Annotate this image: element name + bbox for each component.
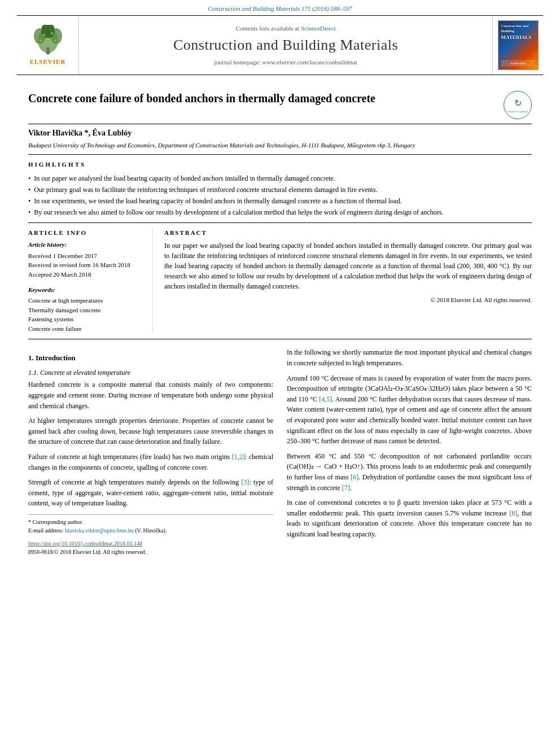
journal-cover-image: Construction and Building MATERIALS ELSE…: [498, 20, 539, 70]
svg-point-7: [46, 37, 49, 40]
highlight-item: •In our experiments, we tested the load …: [28, 195, 532, 207]
right-para-1: In the following we shortly summarize th…: [287, 347, 532, 368]
abstract-text: In our paper we analysed the load bearin…: [164, 241, 532, 291]
revised-date: Received in revised form 16 March 2018: [28, 260, 141, 270]
right-para-2: Around 100 °C decrease of mass is caused…: [287, 373, 532, 447]
highlight-item: •Our primary goal was to facilitate the …: [28, 184, 532, 195]
issn-line: 0950-0618/© 2018 Elsevier Ltd. All right…: [28, 548, 273, 556]
sciencedirect-prefix: Contents lists available at: [235, 25, 299, 32]
email-label: E-mail address:: [28, 527, 63, 534]
bullet-icon: •: [28, 185, 30, 195]
journal-title: Construction and Building Materials: [173, 35, 398, 55]
body-para-2: At higher temperatures strength properti…: [28, 416, 273, 447]
authors: Viktor Hlavička *, Éva Lublóy: [28, 129, 132, 137]
main-content: Concrete cone failure of bonded anchors …: [0, 75, 560, 567]
journal-header-banner: ELSEVIER Contents lists available at Sci…: [17, 15, 543, 75]
highlight-text: In our experiments, we tested the load b…: [34, 196, 401, 206]
ref-1-2: [1,2]: [232, 453, 245, 461]
highlight-text: In our paper we analysed the load bearin…: [34, 173, 335, 184]
elsevier-tree-icon: [28, 25, 68, 56]
body-para-1: Hardened concrete is a composite materia…: [28, 379, 273, 411]
ref-3: [3]: [241, 478, 249, 486]
ref-7: [7]: [342, 484, 350, 492]
ref-8: [8]: [509, 509, 517, 517]
elsevier-logo-section: ELSEVIER: [17, 16, 79, 75]
article-title: Concrete cone failure of bonded anchors …: [28, 91, 495, 106]
bullet-icon: •: [28, 173, 30, 184]
svg-point-8: [40, 40, 41, 41]
sciencedirect-link[interactable]: ScienceDirect: [301, 25, 336, 32]
keyword-item: Thermally damaged concrete: [28, 305, 141, 315]
copyright-line: © 2018 Elsevier Ltd. All rights reserved…: [164, 296, 532, 304]
info-abstract-row: ARTICLE INFO Article history: Received 1…: [28, 223, 532, 340]
email-link[interactable]: hlavicka.viktor@epito.bme.hu: [65, 527, 134, 534]
article-title-section: Concrete cone failure of bonded anchors …: [28, 84, 532, 124]
doi-section: https://doi.org/10.1016/j.conbuildmat.20…: [28, 538, 273, 548]
ref-6: [6]: [351, 473, 358, 481]
article-title-text: Concrete cone failure of bonded anchors …: [28, 91, 495, 106]
highlights-label: HIGHLIGHTS: [28, 160, 532, 169]
check-badge-label: Check for updates: [508, 110, 528, 113]
history-label: Article history:: [28, 241, 141, 249]
body-columns: 1. Introduction 1.1. Concrete at elevate…: [28, 339, 532, 556]
svg-point-5: [43, 34, 45, 36]
svg-point-9: [54, 40, 56, 41]
email-person: (V. Hlavička).: [135, 527, 167, 534]
journal-title-section: Contents lists available at ScienceDirec…: [79, 16, 492, 75]
article-info-col: ARTICLE INFO Article history: Received 1…: [28, 229, 152, 334]
body-right-col: In the following we shortly summarize th…: [287, 347, 532, 556]
highlight-item: •In our paper we analysed the load beari…: [28, 173, 532, 184]
keywords-label: Keywords:: [28, 286, 141, 294]
email-note: E-mail address: hlavicka.viktor@epito.bm…: [28, 526, 273, 535]
check-icon: ↻: [514, 97, 522, 110]
received-date: Received 1 December 2017: [28, 251, 141, 261]
keywords-list: Concrete at high temperaturesThermally d…: [28, 296, 141, 333]
affiliation-line: Budapest University of Technology and Ec…: [28, 140, 532, 155]
cover-bottom-text: ELSEVIER: [511, 62, 525, 65]
cover-bottom-bar: ELSEVIER: [501, 60, 535, 67]
highlight-text: By our research we also aimed to follow …: [34, 207, 443, 217]
corresponding-label: * Corresponding author.: [28, 519, 83, 525]
elsevier-wordmark: ELSEVIER: [30, 58, 66, 66]
body-left-col: 1. Introduction 1.1. Concrete at elevate…: [28, 347, 273, 556]
highlight-text: Our primary goal was to facilitate the r…: [34, 185, 377, 195]
accepted-date: Accepted 20 March 2018: [28, 270, 141, 279]
bullet-icon: •: [28, 196, 30, 206]
journal-reference: Construction and Building Materials 171 …: [208, 5, 352, 12]
cover-title-bottom: MATERIALS: [501, 34, 532, 41]
elsevier-logo: ELSEVIER: [28, 25, 68, 66]
highlight-item: •By our research we also aimed to follow…: [28, 207, 532, 218]
keyword-item: Concrete cone failure: [28, 324, 141, 334]
journal-homepage: journal homepage: www.elsevier.com/locat…: [214, 58, 357, 67]
check-updates-badge: ↻ Check for updates: [504, 91, 532, 119]
corresponding-author-note: * Corresponding author.: [28, 518, 273, 526]
article-info-label: ARTICLE INFO: [28, 229, 141, 237]
journal-cover-section: Construction and Building MATERIALS ELSE…: [492, 16, 543, 75]
bullet-icon: •: [28, 207, 30, 217]
cover-title-top: Construction and Building: [501, 24, 535, 33]
right-para-3: Between 450 °C and 550 °C decomposition …: [287, 451, 532, 493]
sciencedirect-line: Contents lists available at ScienceDirec…: [235, 24, 335, 33]
right-para-4: In case of conventional concretes α to β…: [287, 497, 532, 539]
body-para-3: Failure of concrete at high temperatures…: [28, 452, 273, 473]
body-para-4: Strength of concrete at high temperature…: [28, 477, 273, 509]
subsection1-heading: 1.1. Concrete at elevated temperature: [28, 368, 273, 378]
doi-link[interactable]: https://doi.org/10.1016/j.conbuildmat.20…: [28, 540, 142, 547]
page: Construction and Building Materials 171 …: [0, 0, 560, 747]
footnote-area: * Corresponding author. E-mail address: …: [28, 514, 273, 535]
top-reference-line: Construction and Building Materials 171 …: [0, 0, 560, 15]
authors-line: Viktor Hlavička *, Éva Lublóy: [28, 124, 532, 140]
ref-4-5: [4,5]: [319, 395, 332, 403]
abstract-label: ABSTRACT: [164, 229, 532, 237]
keyword-item: Fastening systems: [28, 314, 141, 324]
keyword-item: Concrete at high temperatures: [28, 296, 141, 305]
highlights-section: HIGHLIGHTS •In our paper we analysed the…: [28, 155, 532, 222]
highlights-list: •In our paper we analysed the load beari…: [28, 173, 532, 218]
svg-point-6: [51, 32, 53, 34]
section1-heading: 1. Introduction: [28, 353, 273, 363]
abstract-col: ABSTRACT In our paper we analysed the lo…: [152, 229, 532, 334]
